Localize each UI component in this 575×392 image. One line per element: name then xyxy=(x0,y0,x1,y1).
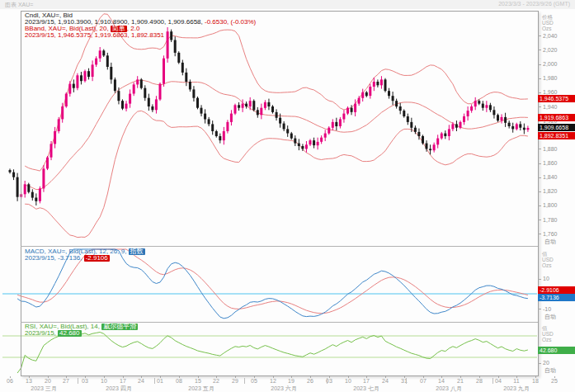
macd-axis-tick-label: -10 xyxy=(543,306,551,312)
macd-value-box: -3.7136 xyxy=(538,294,575,301)
macd-axis-unit: USD xyxy=(542,257,554,262)
price-axis-tick xyxy=(538,191,541,192)
rsi-value-box: 42.680 xyxy=(538,347,575,354)
time-axis-day-label: 28 xyxy=(474,378,485,384)
time-axis-month-separator xyxy=(244,378,245,384)
time-axis-month-separator xyxy=(327,378,328,384)
price-axis-tick-label: 1,980 xyxy=(543,75,558,81)
time-axis-day-label: 22 xyxy=(210,378,222,384)
time-axis-day-label: 20 xyxy=(42,378,54,384)
time-axis-day-label: 27 xyxy=(60,378,72,384)
time-axis-day-label: 07 xyxy=(417,378,429,384)
bb-lower-price-box: 1,892.8351 xyxy=(538,132,575,139)
price-axis-tick xyxy=(538,177,541,178)
bb-upper-price-box: 1,946.5375 xyxy=(538,95,575,102)
time-axis-day-label: 01 xyxy=(154,378,166,384)
macd-axis-auto-label[interactable]: 自动 xyxy=(544,313,556,321)
time-axis-day-label: 19 xyxy=(285,378,297,384)
rsi-axis-tick xyxy=(538,363,541,364)
time-axis-month-label: 2023 四月 xyxy=(90,385,148,392)
price-axis-tick xyxy=(538,163,541,164)
rsi-legend-values: 2023/9/15, 42.680 xyxy=(25,330,82,337)
bb-middle-price-box: 1,919.6863 xyxy=(538,114,575,121)
macd-axis-tick xyxy=(538,279,541,280)
time-axis-day-label: 24 xyxy=(379,378,391,384)
price-axis-tick-label: 1,780 xyxy=(543,217,558,223)
time-axis-day-label: 26 xyxy=(304,378,316,384)
time-axis-month-separator xyxy=(406,378,407,384)
time-axis-day-label: 18 xyxy=(530,378,541,384)
time-axis-day-label: 03 xyxy=(79,378,91,384)
price-axis-tick xyxy=(538,50,541,50)
price-axis-tick xyxy=(538,106,541,107)
time-axis-month-label: 2023 六月 xyxy=(255,385,313,392)
window-header: 图表 XAU= 2023/3/3 - 2023/9/26 (GMT) xyxy=(0,0,575,9)
time-axis-day-label: 29 xyxy=(229,378,241,384)
time-axis-month-label: 2023 八月 xyxy=(420,385,478,392)
rsi-axis-tick-label: 20 xyxy=(543,360,549,366)
chart-date-range: 2023/3/3 - 2023/9/26 (GMT) xyxy=(498,1,570,7)
price-axis-tick xyxy=(538,64,541,65)
time-axis-day-label: 17 xyxy=(117,378,129,384)
time-axis-day-label: 25 xyxy=(549,378,560,384)
price-axis-tick-label: 2,020 xyxy=(543,47,558,53)
price-axis-tick xyxy=(538,78,541,79)
time-axis-day-label: 15 xyxy=(192,378,204,384)
time-axis-month-label: 2023 五月 xyxy=(172,385,230,392)
rsi-axis-unit: USD xyxy=(542,331,554,337)
rsi-axis-unit: Ozs xyxy=(542,337,552,342)
price-axis-auto-label[interactable]: 自动 xyxy=(544,238,556,246)
rsi-value-badge: 42.680 xyxy=(58,330,81,337)
macd-axis-tick xyxy=(538,309,541,309)
chart-application: 图表 XAU= 2023/3/3 - 2023/9/26 (GMT) Cndl,… xyxy=(0,0,575,392)
price-axis-tick-label: 2,000 xyxy=(543,61,558,67)
price-axis-tick xyxy=(538,35,541,36)
time-axis-day-label: 24 xyxy=(135,378,147,384)
price-axis-tick-label: 2,040 xyxy=(543,33,558,39)
price-axis-tick xyxy=(538,92,541,93)
window-title: 图表 XAU= xyxy=(5,1,33,9)
time-axis-day-label: 11 xyxy=(511,378,522,384)
time-axis-day-label: 21 xyxy=(455,378,466,384)
macd-axis-tick-label: 10 xyxy=(543,276,549,281)
price-axis-tick xyxy=(538,149,541,149)
macd-ma-type-badge: 指数 xyxy=(129,248,145,255)
bband-legend-values: 2023/9/15, 1,946.5375, 1,919.6863, 1,892… xyxy=(25,32,164,39)
time-axis-day-label: 08 xyxy=(173,378,185,384)
time-axis-day-label: 10 xyxy=(342,378,354,384)
price-axis-tick-label: 1,860 xyxy=(543,160,558,166)
price-axis-unit: Ozs xyxy=(542,26,552,31)
macd-signal-value-box: -2.9106 xyxy=(538,286,575,294)
rsi-smoothing-badge: 威尔德平滑 xyxy=(101,324,138,330)
rsi-axis-auto-label[interactable]: 自动 xyxy=(544,366,556,375)
time-axis-day-label: 13 xyxy=(23,378,35,384)
time-axis-day-label: 03 xyxy=(323,378,335,384)
time-axis-day-label: 10 xyxy=(98,378,110,384)
price-axis-tick xyxy=(538,234,541,234)
time-axis-month-separator xyxy=(493,378,493,384)
time-axis-day-label: 12 xyxy=(267,378,279,384)
price-axis-tick-label: 1,840 xyxy=(543,174,558,180)
time-axis-day-label: 04 xyxy=(493,378,504,384)
price-axis-tick-label: 1,960 xyxy=(543,89,558,95)
macd-signal-value-badge: -2.9106 xyxy=(84,255,110,262)
price-axis-tick-label: 1,800 xyxy=(543,202,558,208)
time-axis-day-label: 14 xyxy=(436,378,447,384)
time-axis-day-label: 17 xyxy=(361,378,372,384)
pane-separator-macd[interactable] xyxy=(21,246,538,247)
macd-axis-unit: Ozs xyxy=(542,262,552,268)
price-axis-tick-label: 1,940 xyxy=(543,104,558,110)
price-axis-tick xyxy=(538,205,541,206)
time-axis-day-label: 05 xyxy=(248,378,260,384)
time-axis-day-label: 06 xyxy=(4,378,16,384)
time-axis-month-separator xyxy=(78,378,78,384)
time-axis-day-label: 31 xyxy=(398,378,410,384)
time-axis-month-label: 2023 七月 xyxy=(337,385,395,392)
time-axis-month-separator xyxy=(154,378,155,384)
price-axis-tick-label: 1,880 xyxy=(543,146,558,152)
price-axis-tick-label: 1,820 xyxy=(543,188,558,194)
last-price-box: 1,909.6658 xyxy=(538,124,575,131)
macd-legend-values: 2023/9/15, -3.7136, -2.9106 xyxy=(25,255,110,262)
price-axis-tick xyxy=(538,220,541,220)
price-change: -0.6530, (-0.03%) xyxy=(203,18,256,26)
